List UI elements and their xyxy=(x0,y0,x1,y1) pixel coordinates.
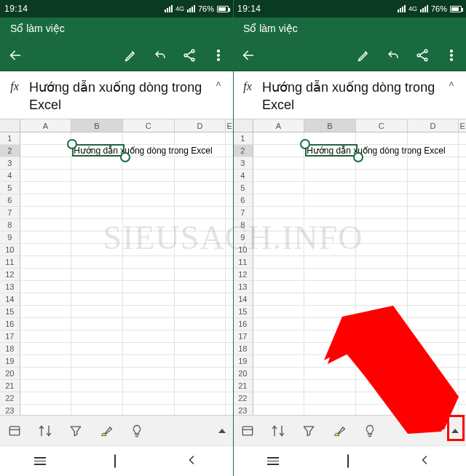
cell-E18[interactable] xyxy=(459,343,466,355)
cell-B3[interactable] xyxy=(304,157,356,170)
cell-C7[interactable] xyxy=(356,207,408,219)
cell-D4[interactable] xyxy=(408,170,459,182)
cell-E16[interactable] xyxy=(459,318,466,330)
cell-B4[interactable] xyxy=(71,170,123,182)
cell-A20[interactable] xyxy=(253,368,305,380)
col-header-D[interactable]: D xyxy=(175,119,226,132)
cell-C20[interactable] xyxy=(356,368,408,380)
cell-B6[interactable] xyxy=(71,194,123,207)
cell-C15[interactable] xyxy=(123,306,175,318)
cell-A2[interactable] xyxy=(253,145,305,157)
cell-E14[interactable] xyxy=(226,293,233,306)
cell-B16[interactable] xyxy=(304,318,356,330)
cell-C4[interactable] xyxy=(123,170,175,182)
cell-A9[interactable] xyxy=(20,231,72,244)
cell-B23[interactable] xyxy=(304,405,356,415)
cell-E17[interactable] xyxy=(226,330,233,343)
cell-C23[interactable] xyxy=(356,405,408,415)
cell-D1[interactable] xyxy=(175,132,226,145)
cell-A13[interactable] xyxy=(253,281,305,293)
col-header-B[interactable]: B xyxy=(71,119,123,132)
cell-D1[interactable] xyxy=(408,132,459,145)
cell-C19[interactable] xyxy=(123,355,175,368)
row-header-17[interactable]: 17 xyxy=(233,330,253,343)
cell-E8[interactable] xyxy=(226,219,233,231)
cell-C15[interactable] xyxy=(356,306,408,318)
cell-E4[interactable] xyxy=(226,170,233,182)
cell-A8[interactable] xyxy=(253,219,305,231)
row-header-11[interactable]: 11 xyxy=(0,256,20,269)
cell-C21[interactable] xyxy=(123,380,175,392)
cell-E6[interactable] xyxy=(226,194,233,207)
cell-D7[interactable] xyxy=(408,207,459,219)
cell-B20[interactable] xyxy=(304,368,356,380)
cell-A11[interactable] xyxy=(20,256,72,269)
highlight-icon[interactable] xyxy=(332,424,347,438)
cell-B8[interactable] xyxy=(71,219,123,231)
cell-C2[interactable] xyxy=(123,145,175,157)
cell-A21[interactable] xyxy=(20,380,72,392)
cell-D6[interactable] xyxy=(408,194,459,207)
cell-C2[interactable] xyxy=(356,145,408,157)
cell-E17[interactable] xyxy=(459,330,466,343)
cell-C5[interactable] xyxy=(123,182,175,194)
row-header-18[interactable]: 18 xyxy=(233,343,253,355)
cell-D2[interactable] xyxy=(175,145,226,157)
cell-D15[interactable] xyxy=(175,306,226,318)
cell-B10[interactable] xyxy=(71,244,123,256)
cell-B11[interactable] xyxy=(71,256,123,269)
cell-C11[interactable] xyxy=(356,256,408,269)
cell-C12[interactable] xyxy=(356,269,408,281)
cell-B10[interactable] xyxy=(304,244,356,256)
cell-D5[interactable] xyxy=(175,182,226,194)
col-header-D[interactable]: D xyxy=(408,119,459,132)
cell-E11[interactable] xyxy=(459,256,466,269)
cell-B2[interactable]: Hướng dẫn xuống dòng trong Excel xyxy=(71,145,123,157)
row-header-10[interactable]: 10 xyxy=(0,244,20,256)
spreadsheet-grid[interactable]: ABCDE12Hướng dẫn xuống dòng trong Excel3… xyxy=(0,119,233,415)
cell-B12[interactable] xyxy=(304,269,356,281)
cell-C17[interactable] xyxy=(123,330,175,343)
cell-D20[interactable] xyxy=(175,368,226,380)
nav-recents-icon[interactable] xyxy=(34,457,46,465)
row-header-5[interactable]: 5 xyxy=(0,182,20,194)
undo-icon[interactable] xyxy=(153,48,167,63)
highlight-icon[interactable] xyxy=(99,424,114,438)
cell-D10[interactable] xyxy=(408,244,459,256)
cell-A5[interactable] xyxy=(253,182,305,194)
row-header-23[interactable]: 23 xyxy=(0,405,20,415)
cell-E22[interactable] xyxy=(459,392,466,405)
cell-C3[interactable] xyxy=(123,157,175,170)
cell-A23[interactable] xyxy=(253,405,305,415)
row-header-4[interactable]: 4 xyxy=(0,170,20,182)
cell-A16[interactable] xyxy=(253,318,305,330)
cell-A22[interactable] xyxy=(20,392,72,405)
cell-D8[interactable] xyxy=(408,219,459,231)
cell-C23[interactable] xyxy=(123,405,175,415)
row-header-19[interactable]: 19 xyxy=(233,355,253,368)
cell-C7[interactable] xyxy=(123,207,175,219)
cell-E15[interactable] xyxy=(226,306,233,318)
col-header-A[interactable]: A xyxy=(253,119,305,132)
cell-B1[interactable] xyxy=(304,132,356,145)
cell-C8[interactable] xyxy=(123,219,175,231)
cell-E1[interactable] xyxy=(226,132,233,145)
cell-A14[interactable] xyxy=(20,293,72,306)
cell-B21[interactable] xyxy=(304,380,356,392)
cell-C16[interactable] xyxy=(123,318,175,330)
cell-D17[interactable] xyxy=(175,330,226,343)
row-header-17[interactable]: 17 xyxy=(0,330,20,343)
cell-E10[interactable] xyxy=(459,244,466,256)
col-header-C[interactable]: C xyxy=(123,119,175,132)
cell-B21[interactable] xyxy=(71,380,123,392)
cell-B16[interactable] xyxy=(71,318,123,330)
row-header-14[interactable]: 14 xyxy=(0,293,20,306)
cell-D19[interactable] xyxy=(175,355,226,368)
cell-A23[interactable] xyxy=(20,405,72,415)
cell-C9[interactable] xyxy=(123,231,175,244)
cell-D14[interactable] xyxy=(408,293,459,306)
cell-A22[interactable] xyxy=(253,392,305,405)
cell-D13[interactable] xyxy=(175,281,226,293)
cell-C3[interactable] xyxy=(356,157,408,170)
formula-bar[interactable]: fx Hướng dẫn xuống dòng trong Excel ^ xyxy=(233,71,466,119)
